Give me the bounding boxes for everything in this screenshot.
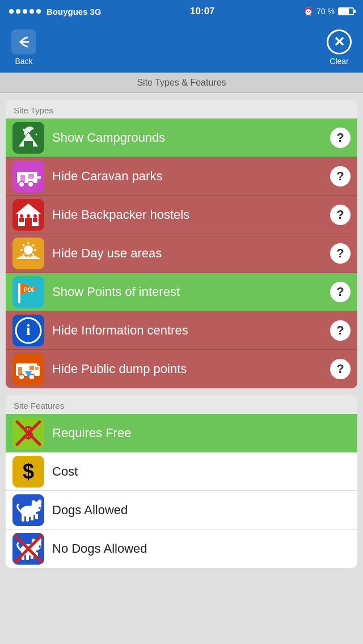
back-arrow-icon — [11, 29, 36, 54]
list-item[interactable]: Hide Day use areas ? — [6, 234, 357, 273]
svg-text:POI: POI — [24, 287, 33, 293]
poi-label: Show Points of interest — [52, 285, 330, 299]
svg-point-17 — [20, 214, 23, 218]
list-item[interactable]: $ Cost — [6, 452, 357, 491]
list-item[interactable]: $ Requires Free — [6, 414, 357, 452]
backpacker-icon — [12, 199, 44, 231]
battery-percent: 70 % — [316, 7, 335, 16]
svg-text:$: $ — [23, 460, 34, 483]
svg-rect-5 — [24, 141, 33, 147]
svg-rect-8 — [28, 174, 34, 179]
status-time: 10:07 — [190, 6, 214, 17]
svg-rect-62 — [22, 515, 24, 522]
list-item[interactable]: Show Campgrounds ? — [6, 118, 357, 157]
battery-icon — [338, 7, 354, 15]
status-left: Bouygues 3G — [9, 7, 102, 16]
clear-label: Clear — [330, 57, 348, 66]
info-help[interactable]: ? — [330, 320, 351, 341]
svg-point-2 — [36, 133, 37, 135]
caravan-help[interactable]: ? — [330, 166, 351, 187]
poi-help[interactable]: ? — [330, 282, 351, 302]
svg-rect-63 — [26, 515, 29, 522]
list-item[interactable]: Hide Caravan parks ? — [6, 157, 357, 196]
svg-point-47 — [19, 374, 24, 380]
alarm-icon: ⏰ — [303, 7, 313, 16]
site-features-section: Site Features $ Requires Free $ Cost — [6, 395, 357, 568]
svg-rect-73 — [26, 553, 29, 560]
site-types-section: Site Types Show Campgrounds ? — [6, 100, 357, 388]
list-item[interactable]: No Dogs Allowed — [6, 529, 357, 568]
dump-icon — [12, 353, 44, 385]
free-icon: $ — [12, 417, 44, 449]
network-type: 3G — [90, 7, 102, 16]
dump-label: Hide Public dump points — [52, 362, 330, 376]
dump-help[interactable]: ? — [330, 359, 351, 379]
svg-point-66 — [39, 507, 41, 509]
campgrounds-help[interactable]: ? — [330, 128, 351, 148]
svg-rect-64 — [31, 515, 33, 520]
svg-rect-18 — [19, 218, 24, 222]
caravan-icon — [12, 160, 44, 192]
list-item[interactable]: Hide Backpacker hostels ? — [6, 196, 357, 234]
dogs-icon — [12, 494, 44, 526]
svg-point-76 — [39, 545, 41, 548]
clear-icon: ✕ — [327, 29, 352, 54]
backpacker-help[interactable]: ? — [330, 205, 351, 225]
cost-icon: $ — [12, 456, 44, 488]
svg-point-19 — [27, 214, 30, 218]
svg-rect-65 — [35, 514, 38, 519]
site-types-label: Site Types — [6, 100, 357, 118]
dayuse-icon — [12, 238, 44, 269]
svg-point-12 — [28, 181, 33, 187]
svg-rect-44 — [18, 367, 22, 375]
status-right: ⏰ 70 % — [303, 7, 354, 16]
carrier-name: Bouygues — [47, 7, 88, 16]
clear-button[interactable]: ✕ Clear — [327, 29, 352, 66]
svg-rect-33 — [16, 258, 41, 266]
free-label: Requires Free — [52, 426, 351, 440]
svg-rect-20 — [26, 218, 31, 222]
backpacker-label: Hide Backpacker hostels — [52, 207, 330, 222]
campgrounds-icon — [12, 122, 44, 154]
cost-label: Cost — [52, 464, 351, 479]
list-item[interactable]: Dogs Allowed — [6, 491, 357, 529]
svg-text:i: i — [26, 321, 31, 338]
signal-dots — [9, 9, 41, 14]
svg-rect-10 — [37, 176, 41, 179]
nodogs-icon — [12, 533, 44, 565]
svg-point-11 — [19, 181, 24, 187]
poi-icon: POI — [12, 276, 44, 308]
list-item[interactable]: POI Show Points of interest ? — [6, 273, 357, 311]
svg-point-1 — [23, 129, 25, 131]
svg-rect-46 — [35, 367, 39, 370]
section-title: Site Types & Features — [0, 73, 363, 93]
list-item[interactable]: Hide Public dump points ? — [6, 350, 357, 388]
dogs-label: Dogs Allowed — [52, 503, 351, 518]
info-label: Hide Information centres — [52, 323, 330, 338]
caravan-label: Hide Caravan parks — [52, 169, 330, 184]
svg-rect-22 — [33, 218, 37, 222]
campgrounds-label: Show Campgrounds — [52, 130, 330, 145]
back-button[interactable]: Back — [11, 29, 36, 66]
nav-bar: Back ✕ Clear — [0, 23, 363, 73]
svg-point-21 — [33, 214, 37, 218]
svg-rect-35 — [18, 283, 20, 303]
nodogs-label: No Dogs Allowed — [52, 541, 351, 556]
svg-point-24 — [24, 245, 33, 255]
site-features-label: Site Features — [6, 395, 357, 414]
list-item[interactable]: i Hide Information centres ? — [6, 311, 357, 350]
dayuse-help[interactable]: ? — [330, 243, 351, 264]
status-bar: Bouygues 3G 10:07 ⏰ 70 % — [0, 0, 363, 23]
info-icon: i — [12, 315, 44, 346]
back-label: Back — [15, 57, 32, 66]
dayuse-label: Hide Day use areas — [52, 246, 330, 261]
